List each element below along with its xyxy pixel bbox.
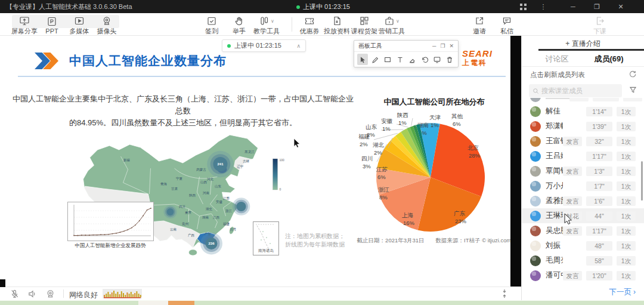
next-page-link[interactable]: 下一页›	[609, 287, 636, 297]
member-row-王琳琳[interactable]: 王琳琳献花44"1次	[522, 208, 644, 223]
screen-tool-icon[interactable]	[432, 54, 442, 65]
rect-tool-icon[interactable]	[382, 54, 393, 65]
pie-label-value: 1%	[398, 119, 407, 126]
webcam-icon[interactable]	[45, 289, 55, 299]
toolbar-label: 多媒体	[70, 27, 89, 36]
speaker-icon[interactable]	[27, 289, 38, 299]
duration-badge: 32"	[586, 137, 612, 146]
count-badge: 1次	[617, 107, 636, 116]
tab-members[interactable]: 成员(69)	[584, 54, 634, 64]
member-row-刘振[interactable]: 刘振 48"1次	[522, 238, 644, 253]
member-row-王吕娜[interactable]: 王吕娜 1'17"1次	[522, 149, 644, 164]
undo-tool-icon[interactable]	[419, 54, 430, 65]
text-tool-icon[interactable]	[395, 54, 405, 65]
panel-minimize-icon[interactable]: ─	[432, 43, 436, 49]
member-row-万小丹[interactable]: 万小丹 1'7"1次	[522, 178, 644, 193]
member-search-input[interactable]	[541, 87, 612, 94]
toolbar-label: 签到	[205, 27, 218, 36]
province-label-广西: 广西	[188, 233, 195, 238]
member-name: 覃闻铭	[546, 166, 563, 176]
member-name: 郑潇帆	[546, 121, 563, 131]
sidebar: + 直播介绍 讨论区 成员(69) 点击刷新成员列表 解佳 1'14"1次郑潇帆…	[521, 36, 644, 300]
pie-label-name: 山东	[366, 124, 377, 130]
member-row-郑潇帆[interactable]: 郑潇帆 1'39"1次	[522, 119, 644, 134]
member-list-scrollbar[interactable]	[641, 161, 643, 201]
live-dot-icon	[296, 5, 300, 9]
trash-tool-icon[interactable]	[444, 54, 455, 65]
toolbar-item-check-in[interactable]: 签到	[198, 13, 225, 36]
fit-screen-icon[interactable]	[500, 289, 509, 298]
toolbar-label: 摄像头	[97, 27, 117, 36]
apps-grid-icon[interactable]	[515, 0, 531, 13]
screen-share-icon	[19, 16, 30, 26]
member-row-覃闻铭[interactable]: 覃闻铭发言1'3"1次	[522, 164, 644, 178]
collapse-badge-icon[interactable]: ∧	[296, 43, 301, 49]
toolbar-item-materials[interactable]: 投放资料	[323, 13, 351, 36]
member-row-毛周亮[interactable]: 毛周亮 58"1次	[522, 253, 644, 268]
live-intro-link[interactable]: + 直播介绍	[522, 39, 644, 49]
dm-icon	[501, 16, 512, 26]
member-row-潘可中[interactable]: 潘可中发言1'20"1次	[522, 268, 644, 283]
pie-label-name: 四川	[361, 155, 373, 162]
toolbar-item-dm[interactable]: 私信	[493, 13, 521, 36]
member-row-孟雅韵[interactable]: 孟雅韵发言1'6"1次	[522, 193, 644, 208]
toolbar-item-coupon[interactable]: 优惠券	[296, 13, 323, 36]
toolbar-item-invite[interactable]: 邀请	[466, 13, 493, 36]
province-label-新疆: 新疆	[123, 158, 131, 162]
toolbar: 屏幕分享PPT多媒体摄像头 签到举手∨教学工具 优惠券投放资料课程货架∨营销工具…	[0, 13, 644, 36]
toolbar-item-camera[interactable]: 摄像头	[93, 13, 120, 36]
pie-leader-line	[411, 118, 413, 126]
tab-discussion[interactable]: 讨论区	[535, 54, 579, 64]
south-sea-inset: 南海诸岛	[253, 221, 279, 255]
pen-tool-icon[interactable]	[370, 54, 380, 65]
toolbar-item-marketing-tools[interactable]: ∨营销工具	[378, 13, 405, 36]
toolbar-label: 课程货架	[351, 27, 377, 36]
panel-close-icon[interactable]: ✕	[449, 43, 454, 49]
bubble-value-北京: 241	[217, 162, 224, 166]
member-row-partial[interactable]	[522, 98, 644, 104]
invite-icon	[474, 16, 485, 26]
pie-chart: 中国人工智能公司所在地分布 其他6%北京28%广东23%上海16%浙江8%江苏6…	[358, 94, 510, 249]
member-row-王富钰[interactable]: 王富钰发言32"1次	[522, 134, 644, 149]
toolbar-social-group: 邀请私信	[466, 13, 521, 36]
panel-restore-icon[interactable]: ❐	[440, 43, 445, 49]
toolbar-item-media[interactable]: 多媒体	[66, 13, 93, 36]
toolbar-label: 教学工具	[253, 27, 280, 36]
trend-chart-caption: 中国人工智能新增企业发展趋势	[63, 242, 158, 249]
toolbar-item-screen-share[interactable]: 屏幕分享	[11, 13, 38, 36]
speak-badge: 发言	[563, 137, 582, 146]
province-label-江苏: 江苏	[223, 196, 230, 201]
pie-label-value: 2%	[367, 131, 375, 138]
member-row-解佳[interactable]: 解佳 1'14"1次	[522, 104, 644, 119]
toolbar-item-end-class[interactable]: 下课	[586, 13, 614, 36]
avatar	[530, 121, 541, 132]
microphone-muted-icon[interactable]	[10, 289, 20, 299]
drawing-tools-panel: 画板工具 ─ ❐ ✕	[354, 40, 459, 67]
member-row-吴忠胜[interactable]: 吴忠胜发言1'17"1次	[522, 223, 644, 238]
pie-label-name: 浙江	[378, 186, 389, 193]
toolbar-item-raise-hand[interactable]: 举手	[225, 13, 253, 36]
restore-button[interactable]: ❐	[589, 0, 605, 13]
chevron-right-icon: ›	[633, 288, 636, 296]
select-tool-icon[interactable]	[357, 54, 368, 65]
close-button[interactable]: ✕	[613, 0, 628, 13]
drawing-panel-header[interactable]: 画板工具 ─ ❐ ✕	[354, 41, 458, 52]
toolbar-item-shelf[interactable]: 课程货架	[351, 13, 378, 36]
member-badges: 1'17"1次	[563, 152, 636, 161]
refresh-members-hint[interactable]: 点击刷新成员列表	[530, 70, 585, 79]
filter-funnel-icon[interactable]	[628, 85, 638, 95]
toolbar-primary-group: 屏幕分享PPT多媒体摄像头	[11, 13, 120, 36]
eraser-tool-icon[interactable]	[407, 54, 418, 65]
refresh-icon[interactable]	[628, 70, 637, 78]
more-menu-icon[interactable]: ⋮	[535, 0, 551, 13]
minimize-button[interactable]: ─	[565, 0, 581, 13]
member-search-box[interactable]	[529, 84, 622, 97]
toolbar-item-teach-tools[interactable]: ∨教学工具	[253, 13, 280, 36]
class-timer-badge[interactable]: 上课中 01:23:15 ∧	[222, 39, 306, 52]
drawing-tool-row	[354, 52, 458, 67]
member-name: 王琳琳	[546, 211, 563, 221]
toolbar-item-ppt[interactable]: PPT	[38, 13, 66, 36]
shelf-icon	[359, 16, 370, 26]
member-name: 万小丹	[546, 181, 563, 191]
sidebar-dark-bar	[538, 49, 644, 51]
